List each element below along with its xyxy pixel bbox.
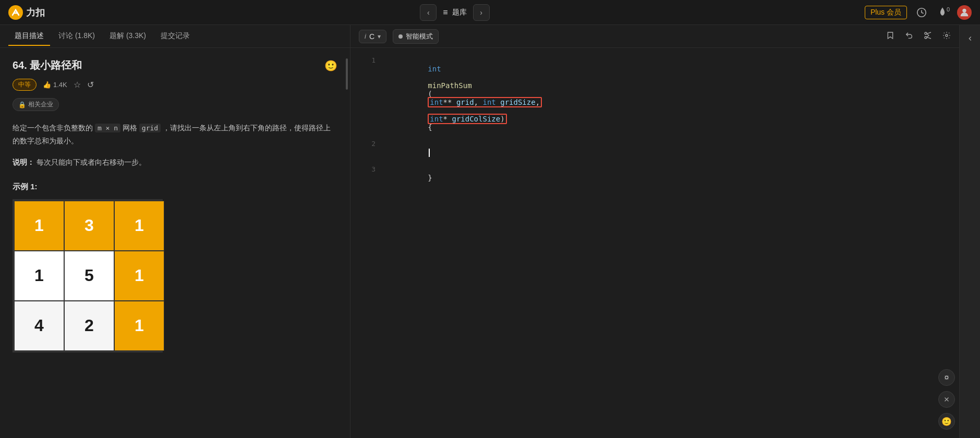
company-tag[interactable]: 🔒 相关企业 xyxy=(13,98,59,111)
code-editor[interactable]: 1 int minPathSum ( int** grid, int gridS… xyxy=(350,48,980,438)
fire-icon-area: 0 xyxy=(936,6,949,19)
logo[interactable]: 力扣 xyxy=(8,5,45,20)
grid-cell-0-2: 1 xyxy=(114,201,164,251)
right-panel: i C ▾ 智能模式 xyxy=(350,25,980,438)
problem-header: 64. 最小路径和 🙂 xyxy=(13,58,337,72)
grid-cell-2-2: 1 xyxy=(114,301,164,351)
editor-toolbar: i C ▾ 智能模式 xyxy=(350,25,980,48)
line-content-1: int minPathSum ( int** grid, int gridSiz… xyxy=(384,56,542,140)
problem-description: 给定一个包含非负整数的 m × n 网格 grid ，请找出一条从左上角到右下角… xyxy=(13,121,337,148)
problem-title: 64. 最小路径和 xyxy=(13,58,82,72)
emoji-button[interactable]: 🙂 xyxy=(324,59,337,72)
logo-icon xyxy=(8,5,23,20)
nav-right: Plus 会员 0 xyxy=(865,5,972,20)
nav-title-text: 题库 xyxy=(452,8,467,17)
code-line-2: 2 xyxy=(350,140,980,165)
svg-point-1 xyxy=(962,8,966,12)
problem-note: 说明： 每次只能向下或者向右移动一步。 xyxy=(13,156,337,169)
example-section: 示例 1: 1 3 1 1 5 1 4 2 1 xyxy=(13,182,337,352)
main-layout: 题目描述 讨论 (1.8K) 题解 (3.3K) 提交记录 64. 最小路径和 … xyxy=(0,25,980,438)
settings-icon[interactable] xyxy=(940,29,953,44)
plus-button[interactable]: Plus 会员 xyxy=(865,6,907,19)
smart-mode-indicator xyxy=(398,34,403,39)
line-number-2: 2 xyxy=(359,140,376,148)
cursor xyxy=(429,149,430,157)
menu-icon: ≡ xyxy=(443,8,447,17)
lang-label: C xyxy=(369,32,374,41)
closing-brace: } xyxy=(428,174,432,182)
grid-cell-1-0: 1 xyxy=(14,251,64,301)
grid-cell-2-0: 4 xyxy=(14,301,64,351)
bottom-right-icons: 🙂 xyxy=(938,369,955,430)
kw-funcname: minPathSum xyxy=(428,81,471,90)
scissors-icon[interactable] xyxy=(922,29,934,44)
left-panel: 题目描述 讨论 (1.8K) 题解 (3.3K) 提交记录 64. 最小路径和 … xyxy=(0,25,350,438)
bookmark-icon[interactable] xyxy=(884,29,897,44)
lock-icon: 🔒 xyxy=(18,101,26,108)
undo-icon[interactable] xyxy=(903,29,915,44)
tab-bar: 题目描述 讨论 (1.8K) 题解 (3.3K) 提交记录 xyxy=(0,25,350,48)
svg-point-3 xyxy=(925,36,927,39)
grid-cell-0-0: 1 xyxy=(14,201,64,251)
highlight-params-2: int* gridColSize) xyxy=(428,114,506,124)
tab-discussion[interactable]: 讨论 (1.8K) xyxy=(52,27,101,46)
line-content-3: } xyxy=(384,165,432,190)
right-side-panel xyxy=(959,25,980,438)
collapse-panel-button[interactable] xyxy=(963,31,977,46)
svg-point-4 xyxy=(946,34,948,36)
tab-submissions[interactable]: 提交记录 xyxy=(154,27,196,46)
logo-text: 力扣 xyxy=(26,6,45,19)
kw-brace: { xyxy=(428,123,432,131)
close-button[interactable] xyxy=(938,391,955,408)
line-content-2[interactable] xyxy=(384,140,430,165)
problem-content: 64. 最小路径和 🙂 中等 👍 1.4K ☆ ↺ 🔒 相关企业 给定一个包含 xyxy=(0,48,350,438)
nav-title-area: ≡ 题库 xyxy=(443,8,466,17)
code-line-3: 3 } xyxy=(350,165,980,190)
grid-cell-1-1: 5 xyxy=(64,251,114,301)
svg-point-2 xyxy=(925,32,927,34)
smart-mode-toggle[interactable]: 智能模式 xyxy=(393,29,439,44)
clock-icon[interactable] xyxy=(915,6,928,19)
lang-icon: i xyxy=(365,32,366,40)
editor-toolbar-right xyxy=(884,29,972,44)
like-button[interactable]: 👍 1.4K xyxy=(43,81,67,89)
prev-button[interactable]: ‹ xyxy=(420,4,437,21)
example-title: 示例 1: xyxy=(13,182,337,192)
smart-mode-label: 智能模式 xyxy=(406,32,433,41)
difficulty-badge: 中等 xyxy=(13,79,37,91)
star-icon[interactable]: ☆ xyxy=(74,80,81,90)
lang-dropdown-icon: ▾ xyxy=(378,33,381,40)
problem-meta: 中等 👍 1.4K ☆ ↺ xyxy=(13,79,337,91)
tab-description[interactable]: 题目描述 xyxy=(8,27,50,46)
inline-code-grid: grid xyxy=(139,124,161,132)
grid-cell-0-1: 3 xyxy=(64,201,114,251)
nav-left: 力扣 xyxy=(8,5,45,20)
thumb-icon: 👍 xyxy=(43,81,51,89)
example-grid: 1 3 1 1 5 1 4 2 1 xyxy=(13,199,163,352)
scroll-indicator xyxy=(346,58,348,90)
line-number-3: 3 xyxy=(359,165,376,173)
inline-code-m: m × n xyxy=(95,124,120,132)
refresh-icon[interactable]: ↺ xyxy=(87,80,94,90)
tab-solution[interactable]: 题解 (3.3K) xyxy=(103,27,152,46)
note-label: 说明： xyxy=(13,158,34,166)
emoji-feedback-button[interactable]: 🙂 xyxy=(938,413,955,430)
next-button[interactable]: › xyxy=(473,4,490,21)
kw-space xyxy=(428,73,432,81)
language-selector[interactable]: i C ▾ xyxy=(359,30,386,43)
toggle-layout-button[interactable] xyxy=(938,369,955,386)
fire-count: 0 xyxy=(947,6,950,13)
line-number-1: 1 xyxy=(359,56,376,64)
highlight-params-1: int** grid, int gridSize, xyxy=(428,97,542,107)
code-line-1: 1 int minPathSum ( int** grid, int gridS… xyxy=(350,56,980,140)
grid-cell-1-2: 1 xyxy=(114,251,164,301)
grid-cell-2-1: 2 xyxy=(64,301,114,351)
top-nav: 力扣 ‹ ≡ 题库 › Plus 会员 0 xyxy=(0,0,980,25)
kw-int-1: int xyxy=(428,65,441,73)
user-avatar[interactable] xyxy=(957,5,972,20)
nav-center: ‹ ≡ 题库 › xyxy=(420,4,489,21)
